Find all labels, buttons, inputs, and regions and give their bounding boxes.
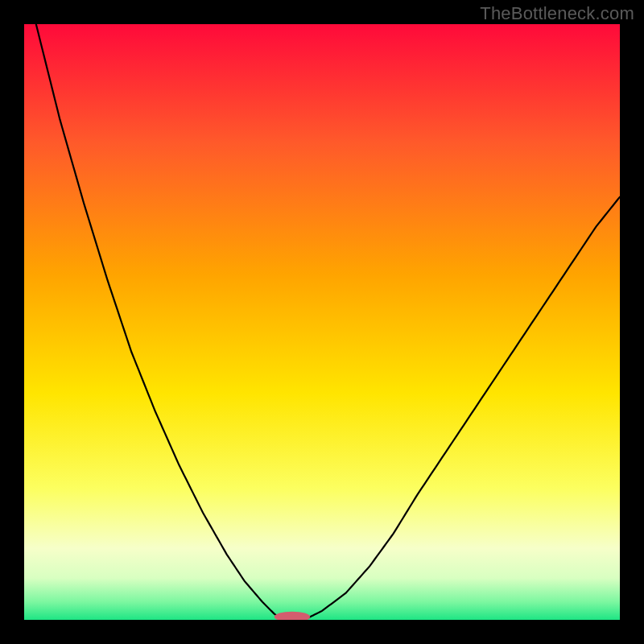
plot-area <box>24 24 620 620</box>
chart-frame: TheBottleneck.com <box>0 0 644 644</box>
watermark-text: TheBottleneck.com <box>480 3 634 24</box>
chart-svg <box>24 24 620 620</box>
plot-background <box>24 24 620 620</box>
